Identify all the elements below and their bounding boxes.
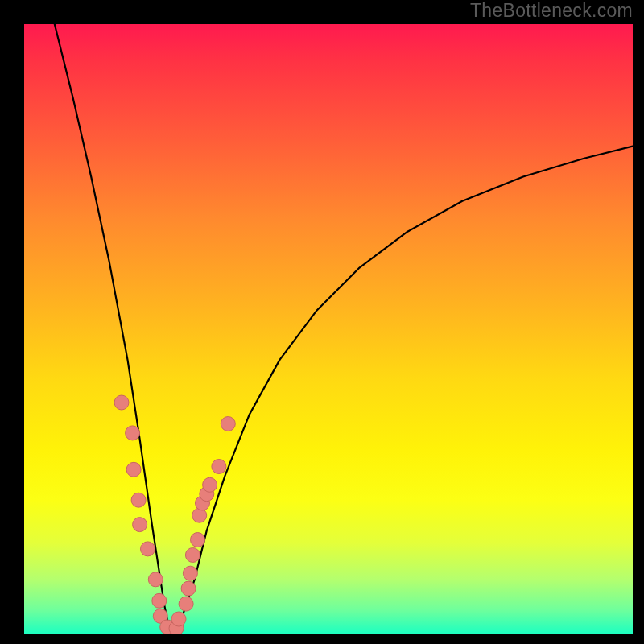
data-marker [148,572,163,587]
data-marker [126,426,140,440]
data-marker [141,542,155,556]
data-marker [212,460,226,474]
data-marker [183,566,197,580]
data-marker [131,493,146,507]
data-marker [185,548,200,563]
chart-frame: TheBottleneck.com [0,0,644,644]
bottleneck-curve [55,24,633,634]
data-marker [203,477,217,492]
plot-svg [24,24,633,634]
watermark-text: TheBottleneck.com [470,0,633,22]
data-marker [152,593,167,608]
data-marker [181,581,196,596]
data-marker [221,417,235,431]
data-marker [133,518,147,532]
data-marker [126,462,141,477]
data-marker [171,612,186,626]
data-marker [179,597,193,611]
plot-area [24,24,633,634]
data-marker [191,533,205,547]
data-marker [114,395,129,410]
